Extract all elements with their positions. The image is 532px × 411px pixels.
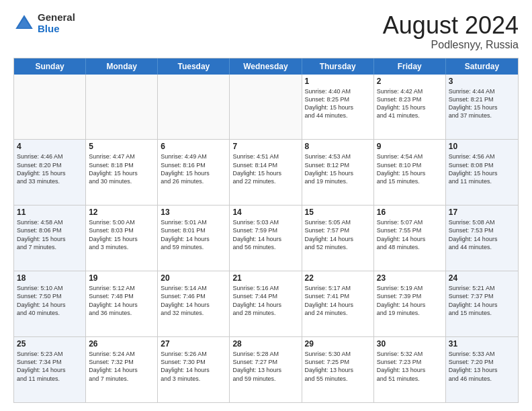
day-number-1: 1 (305, 77, 371, 86)
day-cell-16: 16Sunrise: 5:07 AM Sunset: 7:55 PM Dayli… (374, 205, 446, 271)
day-cell-13: 13Sunrise: 5:01 AM Sunset: 8:01 PM Dayli… (158, 205, 230, 271)
header-tuesday: Tuesday (158, 58, 230, 75)
day-info-14: Sunrise: 5:03 AM Sunset: 7:59 PM Dayligh… (232, 218, 298, 251)
day-info-25: Sunrise: 5:23 AM Sunset: 7:34 PM Dayligh… (17, 350, 83, 383)
day-cell-29: 29Sunrise: 5:30 AM Sunset: 7:25 PM Dayli… (302, 337, 374, 402)
day-number-12: 12 (89, 208, 154, 217)
day-cell-25: 25Sunrise: 5:23 AM Sunset: 7:34 PM Dayli… (14, 337, 86, 402)
day-cell-26: 26Sunrise: 5:24 AM Sunset: 7:32 PM Dayli… (86, 337, 158, 402)
day-info-12: Sunrise: 5:00 AM Sunset: 8:03 PM Dayligh… (89, 218, 154, 251)
title-location: Podlesnyy, Russia (383, 39, 519, 51)
day-cell-15: 15Sunrise: 5:05 AM Sunset: 7:57 PM Dayli… (302, 205, 374, 271)
day-number-5: 5 (89, 142, 154, 151)
day-info-28: Sunrise: 5:28 AM Sunset: 7:27 PM Dayligh… (232, 350, 298, 383)
day-cell-30: 30Sunrise: 5:32 AM Sunset: 7:23 PM Dayli… (374, 337, 446, 402)
day-cell-24: 24Sunrise: 5:21 AM Sunset: 7:37 PM Dayli… (446, 271, 518, 336)
day-info-22: Sunrise: 5:17 AM Sunset: 7:41 PM Dayligh… (305, 284, 371, 317)
day-number-15: 15 (305, 208, 371, 217)
day-cell-3: 3Sunrise: 4:44 AM Sunset: 8:21 PM Daylig… (446, 75, 518, 140)
day-cell-22: 22Sunrise: 5:17 AM Sunset: 7:41 PM Dayli… (302, 271, 374, 336)
day-info-4: Sunrise: 4:46 AM Sunset: 8:20 PM Dayligh… (17, 152, 83, 185)
day-number-3: 3 (449, 77, 515, 86)
day-cell-empty (86, 75, 158, 140)
day-number-23: 23 (377, 273, 443, 283)
day-number-14: 14 (232, 208, 298, 217)
day-info-21: Sunrise: 5:16 AM Sunset: 7:44 PM Dayligh… (232, 284, 298, 317)
day-number-27: 27 (161, 339, 226, 349)
day-number-6: 6 (161, 142, 226, 151)
day-info-23: Sunrise: 5:19 AM Sunset: 7:39 PM Dayligh… (377, 284, 443, 317)
day-number-9: 9 (377, 142, 443, 151)
day-number-13: 13 (161, 208, 226, 217)
logo-icon (13, 13, 35, 34)
day-info-17: Sunrise: 5:08 AM Sunset: 7:53 PM Dayligh… (449, 218, 515, 251)
day-info-29: Sunrise: 5:30 AM Sunset: 7:25 PM Dayligh… (305, 350, 371, 383)
day-cell-9: 9Sunrise: 4:54 AM Sunset: 8:10 PM Daylig… (374, 140, 446, 205)
day-info-26: Sunrise: 5:24 AM Sunset: 7:32 PM Dayligh… (89, 350, 154, 383)
day-number-19: 19 (89, 273, 154, 283)
header-friday: Friday (374, 58, 446, 75)
day-cell-4: 4Sunrise: 4:46 AM Sunset: 8:20 PM Daylig… (14, 140, 86, 205)
logo-blue-label: Blue (38, 24, 75, 35)
day-number-22: 22 (305, 273, 371, 283)
day-cell-11: 11Sunrise: 4:58 AM Sunset: 8:06 PM Dayli… (14, 205, 86, 271)
calendar-body: 1Sunrise: 4:40 AM Sunset: 8:25 PM Daylig… (14, 75, 518, 402)
day-number-31: 31 (449, 339, 515, 349)
day-info-6: Sunrise: 4:49 AM Sunset: 8:16 PM Dayligh… (161, 152, 226, 185)
day-number-29: 29 (305, 339, 371, 349)
page: General Blue August 2024 Podlesnyy, Russ… (0, 0, 532, 411)
day-cell-2: 2Sunrise: 4:42 AM Sunset: 8:23 PM Daylig… (374, 75, 446, 140)
header-sunday: Sunday (14, 58, 86, 75)
logo: General Blue (13, 12, 75, 34)
day-cell-21: 21Sunrise: 5:16 AM Sunset: 7:44 PM Dayli… (230, 271, 302, 336)
day-cell-18: 18Sunrise: 5:10 AM Sunset: 7:50 PM Dayli… (14, 271, 86, 336)
day-cell-empty (158, 75, 230, 140)
day-number-26: 26 (89, 339, 154, 349)
day-cell-17: 17Sunrise: 5:08 AM Sunset: 7:53 PM Dayli… (446, 205, 518, 271)
day-number-16: 16 (377, 208, 443, 217)
title-block: August 2024 Podlesnyy, Russia (383, 12, 519, 51)
day-cell-19: 19Sunrise: 5:12 AM Sunset: 7:48 PM Dayli… (86, 271, 158, 336)
logo-text: General Blue (38, 12, 75, 34)
day-info-10: Sunrise: 4:56 AM Sunset: 8:08 PM Dayligh… (449, 152, 515, 185)
day-info-31: Sunrise: 5:33 AM Sunset: 7:20 PM Dayligh… (449, 350, 515, 383)
header-saturday: Saturday (446, 58, 518, 75)
day-number-18: 18 (17, 273, 83, 283)
day-number-17: 17 (449, 208, 515, 217)
day-cell-27: 27Sunrise: 5:26 AM Sunset: 7:30 PM Dayli… (158, 337, 230, 402)
day-cell-empty (14, 75, 86, 140)
day-number-11: 11 (17, 208, 83, 217)
day-info-16: Sunrise: 5:07 AM Sunset: 7:55 PM Dayligh… (377, 218, 443, 251)
logo-general-label: General (38, 12, 75, 24)
day-cell-12: 12Sunrise: 5:00 AM Sunset: 8:03 PM Dayli… (86, 205, 158, 271)
day-number-21: 21 (232, 273, 298, 283)
day-info-19: Sunrise: 5:12 AM Sunset: 7:48 PM Dayligh… (89, 284, 154, 317)
day-info-20: Sunrise: 5:14 AM Sunset: 7:46 PM Dayligh… (161, 284, 226, 317)
calendar-header: Sunday Monday Tuesday Wednesday Thursday… (14, 58, 518, 75)
header-thursday: Thursday (302, 58, 374, 75)
day-cell-28: 28Sunrise: 5:28 AM Sunset: 7:27 PM Dayli… (230, 337, 302, 402)
day-number-24: 24 (449, 273, 515, 283)
day-info-3: Sunrise: 4:44 AM Sunset: 8:21 PM Dayligh… (449, 87, 515, 120)
day-number-30: 30 (377, 339, 443, 349)
day-number-28: 28 (232, 339, 298, 349)
day-cell-14: 14Sunrise: 5:03 AM Sunset: 7:59 PM Dayli… (230, 205, 302, 271)
day-cell-1: 1Sunrise: 4:40 AM Sunset: 8:25 PM Daylig… (302, 75, 374, 140)
calendar: Sunday Monday Tuesday Wednesday Thursday… (13, 58, 519, 403)
day-info-11: Sunrise: 4:58 AM Sunset: 8:06 PM Dayligh… (17, 218, 83, 251)
day-number-2: 2 (377, 77, 443, 86)
day-cell-20: 20Sunrise: 5:14 AM Sunset: 7:46 PM Dayli… (158, 271, 230, 336)
header-monday: Monday (86, 58, 158, 75)
day-cell-23: 23Sunrise: 5:19 AM Sunset: 7:39 PM Dayli… (374, 271, 446, 336)
week-row-5: 25Sunrise: 5:23 AM Sunset: 7:34 PM Dayli… (14, 336, 518, 402)
week-row-1: 1Sunrise: 4:40 AM Sunset: 8:25 PM Daylig… (14, 75, 518, 140)
day-info-5: Sunrise: 4:47 AM Sunset: 8:18 PM Dayligh… (89, 152, 154, 185)
day-number-10: 10 (449, 142, 515, 151)
day-number-4: 4 (17, 142, 83, 151)
day-info-8: Sunrise: 4:53 AM Sunset: 8:12 PM Dayligh… (305, 152, 371, 185)
day-info-1: Sunrise: 4:40 AM Sunset: 8:25 PM Dayligh… (305, 87, 371, 120)
day-number-7: 7 (232, 142, 298, 151)
day-cell-empty (230, 75, 302, 140)
day-info-2: Sunrise: 4:42 AM Sunset: 8:23 PM Dayligh… (377, 87, 443, 120)
day-info-15: Sunrise: 5:05 AM Sunset: 7:57 PM Dayligh… (305, 218, 371, 251)
